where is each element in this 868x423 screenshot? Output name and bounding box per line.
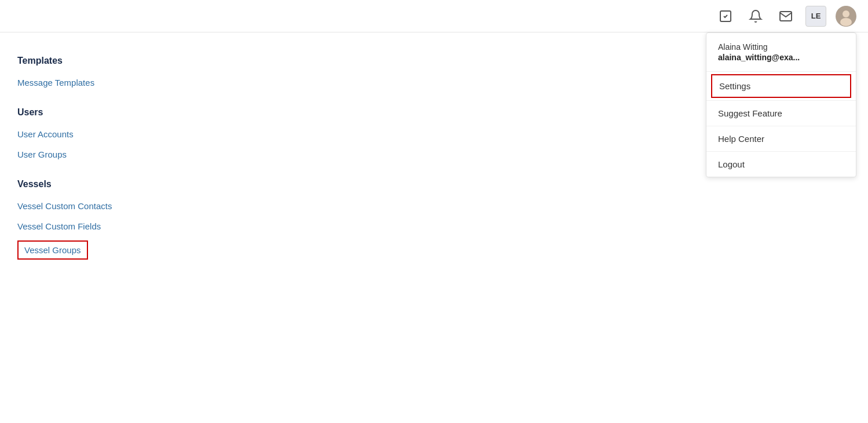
dropdown-item-help[interactable]: Help Center [706,126,856,151]
user-avatar[interactable] [836,6,856,27]
dropdown-item-logout[interactable]: Logout [706,152,856,177]
nav-link-vessel-custom-fields[interactable]: Vessel Custom Fields [17,220,851,232]
section-vessels: VesselsVessel Custom ContactsVessel Cust… [17,179,851,268]
user-initials-badge[interactable]: LE [805,6,826,27]
checklist-icon[interactable] [715,6,736,27]
mail-icon[interactable] [775,6,796,27]
dropdown-user-email: alaina_witting@exa... [718,53,844,62]
dropdown-user-info: Alaina Witting alaina_witting@exa... [706,33,856,72]
svg-point-3 [840,18,852,26]
dropdown-items: SettingsSuggest FeatureHelp CenterLogout [706,74,856,177]
bell-icon[interactable] [745,6,766,27]
svg-point-2 [843,10,849,17]
nav-link-vessel-custom-contacts[interactable]: Vessel Custom Contacts [17,200,851,212]
dropdown-item-suggest[interactable]: Suggest Feature [706,101,856,126]
nav-link-vessel-groups[interactable]: Vessel Groups [17,240,88,260]
dropdown-user-name: Alaina Witting [718,42,844,52]
user-dropdown-menu: Alaina Witting alaina_witting@exa... Set… [706,32,856,177]
section-title-vessels: Vessels [17,179,851,189]
dropdown-item-settings[interactable]: Settings [711,74,851,98]
top-bar: LE [0,0,868,32]
